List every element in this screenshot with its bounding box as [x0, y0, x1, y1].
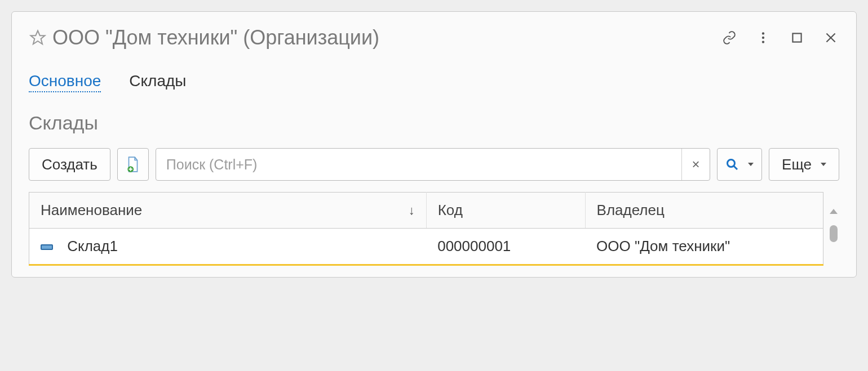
nav-tabs: Основное Склады — [29, 72, 839, 92]
more-dots-icon[interactable] — [755, 29, 772, 46]
scroll-up-icon — [830, 209, 838, 214]
cell-code: 000000001 — [426, 229, 585, 265]
titlebar: ООО "Дом техники" (Организации) — [29, 26, 839, 50]
search-dropdown-button[interactable] — [717, 148, 762, 181]
svg-point-8 — [728, 160, 735, 167]
svg-marker-0 — [31, 31, 45, 44]
chevron-down-icon — [748, 163, 754, 166]
vertical-scrollbar[interactable] — [828, 192, 839, 266]
column-header-name[interactable]: Наименование ↓ — [29, 193, 427, 229]
search-clear-button[interactable]: × — [681, 149, 710, 180]
title-actions — [721, 29, 839, 46]
window-title: ООО "Дом техники" (Организации) — [52, 26, 721, 50]
warehouses-table: Наименование ↓ Код Владелец Склад1 00000… — [29, 192, 823, 266]
column-header-code[interactable]: Код — [426, 193, 585, 229]
chevron-down-icon — [821, 163, 826, 166]
favorite-star-icon[interactable] — [29, 29, 47, 47]
svg-line-9 — [734, 166, 737, 169]
link-icon[interactable] — [721, 29, 738, 46]
close-icon[interactable] — [822, 29, 839, 46]
column-header-owner[interactable]: Владелец — [585, 193, 823, 229]
table-row[interactable]: Склад1 000000001 ООО "Дом техники" — [29, 229, 823, 265]
more-button-label: Еще — [782, 156, 812, 173]
search-box: × — [156, 148, 710, 181]
cell-owner: ООО "Дом техники" — [585, 229, 823, 265]
svg-rect-4 — [792, 33, 801, 42]
toolbar: Создать × Еще — [29, 148, 839, 181]
cell-name: Склад1 — [67, 238, 118, 254]
create-copy-button[interactable] — [117, 148, 149, 181]
svg-point-3 — [762, 41, 764, 43]
section-title: Склады — [29, 112, 839, 134]
tab-main[interactable]: Основное — [29, 72, 101, 92]
create-button[interactable]: Создать — [29, 148, 110, 181]
more-button[interactable]: Еще — [769, 148, 839, 181]
tab-warehouses[interactable]: Склады — [129, 72, 186, 92]
sort-down-icon: ↓ — [409, 203, 415, 218]
scroll-thumb[interactable] — [830, 225, 838, 242]
svg-point-2 — [762, 37, 764, 39]
item-icon — [41, 244, 53, 250]
svg-point-1 — [762, 32, 764, 34]
window-frame: ООО "Дом техники" (Организации) — [11, 11, 857, 278]
maximize-icon[interactable] — [789, 29, 805, 46]
search-input[interactable] — [156, 157, 681, 173]
table-area: Наименование ↓ Код Владелец Склад1 00000… — [29, 192, 839, 266]
